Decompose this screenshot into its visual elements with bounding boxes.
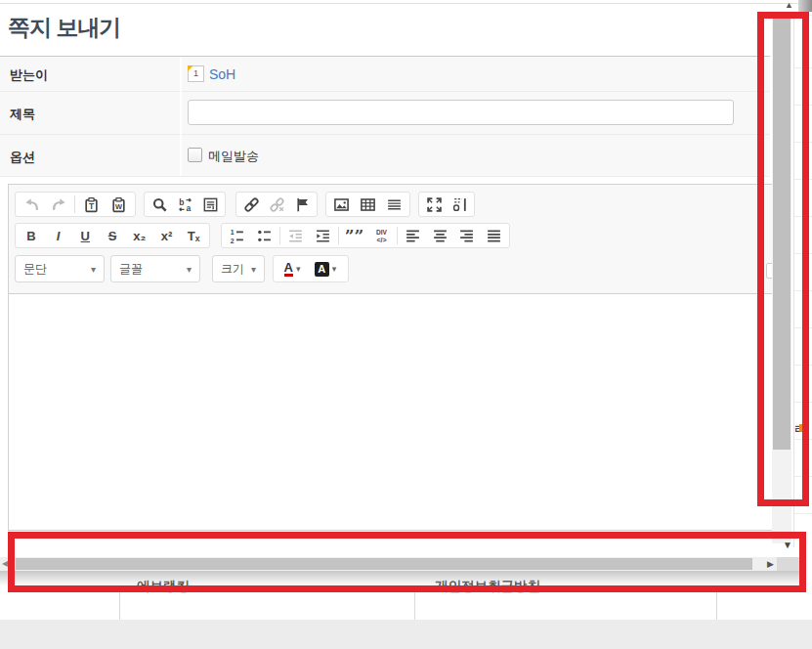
bold-button[interactable]: B (18, 225, 45, 246)
superscript-button[interactable]: x² (153, 225, 181, 246)
editor-content-area[interactable] (9, 294, 782, 530)
horizontal-scrollbar-track[interactable] (0, 557, 799, 571)
chevron-down-icon: ▾ (251, 264, 256, 275)
horizontal-rule-icon (386, 196, 403, 213)
toolbar-group-clipboard (15, 192, 136, 217)
toolbar-group-find (144, 192, 226, 217)
separator (279, 227, 280, 244)
vertical-scrollbar-thumb[interactable] (773, 18, 791, 450)
paragraph-format-dropdown[interactable]: 문단 ▾ (15, 255, 105, 282)
paste-plain-text-button[interactable] (77, 194, 105, 215)
horizontal-scrollbar-thumb[interactable] (16, 558, 752, 570)
align-left-button[interactable] (400, 225, 427, 246)
redo-icon (51, 196, 67, 213)
recipient-link[interactable]: SoH (209, 66, 235, 82)
background-color-icon: A (315, 262, 329, 277)
table-button[interactable] (355, 194, 381, 215)
toolbar-group-tools (418, 192, 475, 217)
align-right-icon (458, 228, 475, 244)
numbered-list-icon (229, 228, 245, 244)
mail-send-checkbox[interactable] (188, 148, 202, 162)
select-all-icon (202, 196, 219, 213)
replace-icon (177, 196, 193, 213)
undo-icon (23, 196, 40, 213)
horizontal-rule-button[interactable] (381, 194, 407, 215)
scroll-down-icon[interactable]: ▼ (783, 540, 792, 551)
background-color-button[interactable]: A ▾ (309, 257, 342, 281)
align-center-icon (432, 228, 449, 244)
bulleted-list-icon (256, 228, 273, 244)
indent-icon (315, 228, 331, 244)
top-divider (0, 3, 798, 4)
toolbar-group-paragraph (221, 223, 510, 248)
maximize-button[interactable] (421, 194, 447, 215)
image-button[interactable] (328, 194, 355, 215)
separator (338, 227, 339, 244)
blockquote-button[interactable] (341, 225, 368, 246)
option-row (0, 135, 770, 177)
footer-divider (414, 592, 415, 620)
undo-button[interactable] (18, 194, 45, 215)
paste-from-word-button[interactable] (105, 194, 132, 215)
scrollbar-corner (777, 557, 799, 571)
editor-toolbar: B I U S x₂ x² Tₓ (9, 185, 782, 294)
link-button[interactable] (238, 194, 264, 215)
scroll-up-icon[interactable]: ▲ (785, 0, 793, 10)
redo-button[interactable] (45, 194, 72, 215)
anchor-button[interactable] (289, 194, 315, 215)
page-title: 쪽지 보내기 (8, 13, 120, 43)
popup-bottom-shadow (0, 571, 801, 586)
div-container-icon (373, 228, 390, 244)
clipped-background-accent (799, 424, 803, 432)
scroll-left-icon[interactable]: ◀ (2, 559, 8, 569)
size-dropdown[interactable]: 크기 ▾ (212, 255, 265, 282)
subject-label: 제목 (10, 106, 35, 123)
recipient-label: 받는이 (10, 66, 48, 84)
font-dropdown[interactable]: 글꼴 ▾ (110, 255, 200, 282)
text-color-button[interactable]: A ▾ (276, 257, 309, 281)
paste-text-icon (83, 196, 100, 213)
remove-format-button[interactable]: Tₓ (180, 225, 207, 246)
find-button[interactable] (147, 194, 172, 215)
unlink-button[interactable] (264, 194, 289, 215)
italic-button[interactable]: I (45, 225, 72, 246)
align-justify-button[interactable] (480, 225, 507, 246)
link-icon (243, 196, 260, 213)
strikethrough-button[interactable]: S (99, 225, 126, 246)
bulleted-list-button[interactable] (251, 225, 278, 246)
numbered-list-button[interactable] (224, 225, 251, 246)
toolbar-group-insert (325, 192, 410, 217)
chevron-down-icon: ▾ (187, 264, 192, 275)
background-rows (794, 12, 812, 547)
text-color-icon: A (284, 262, 293, 277)
scroll-right-icon[interactable]: ▶ (767, 558, 774, 570)
search-icon (151, 196, 168, 213)
option-label: 옵션 (10, 149, 35, 166)
select-all-button[interactable] (197, 194, 223, 215)
div-container-button[interactable] (367, 225, 395, 246)
align-center-button[interactable] (426, 225, 453, 246)
maximize-icon (426, 196, 443, 213)
level-1-badge-icon: 1 (188, 65, 204, 82)
vertical-scrollbar-track[interactable] (772, 12, 791, 543)
underline-button[interactable]: U (71, 225, 99, 246)
toolbar-group-basicstyles: B I U S x₂ x² Tₓ (15, 223, 210, 248)
paste-word-icon (110, 196, 127, 213)
blockquote-icon (346, 228, 363, 244)
show-blocks-button[interactable] (447, 194, 472, 215)
recipient-row (0, 57, 770, 92)
outdent-icon (287, 228, 304, 244)
replace-button[interactable] (172, 194, 197, 215)
decrease-indent-button[interactable] (282, 225, 310, 246)
subscript-button[interactable]: x₂ (126, 225, 153, 246)
font-label: 글꼴 (119, 261, 143, 278)
increase-indent-button[interactable] (309, 225, 336, 246)
subject-input[interactable] (188, 100, 734, 125)
chevron-down-icon: ▾ (332, 264, 337, 274)
separator (74, 195, 75, 213)
mail-send-checkbox-label: 메일발송 (208, 148, 259, 165)
align-right-button[interactable] (453, 225, 481, 246)
image-icon (333, 196, 350, 213)
toolbar-group-links (235, 192, 318, 217)
chevron-down-icon: ▾ (296, 264, 301, 274)
